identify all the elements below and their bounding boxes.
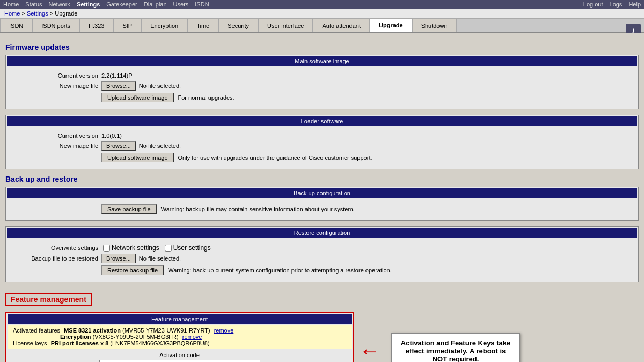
breadcrumb-current: Upgrade	[55, 10, 77, 17]
tab-h323[interactable]: H.323	[79, 19, 113, 32]
backup-config-body: Save backup file Warning: backup file ma…	[7, 199, 637, 219]
logout-link[interactable]: Log out	[583, 1, 603, 8]
loader-table: Loader software Current version 1.0(0.1)…	[5, 115, 639, 169]
nav-isdn[interactable]: ISDN	[195, 1, 209, 8]
loader-new-image-label: New image file	[12, 143, 98, 149]
settings-tabs: ISDN ISDN ports H.323 SIP Encryption Tim…	[0, 19, 644, 33]
feature-2-row: Encryption (VX8G5-Y09U5-2UF5M-BG3FR) rem…	[60, 334, 346, 340]
nav-gatekeeper[interactable]: Gatekeeper	[106, 1, 137, 8]
new-image-row: New image file Browse... No file selecte…	[12, 81, 632, 91]
tab-user-interface[interactable]: User interface	[258, 19, 313, 32]
save-backup-button[interactable]: Save backup file	[101, 204, 157, 214]
main-no-file: No file selected.	[139, 83, 181, 89]
main-nav: Home Status Network Settings Gatekeeper …	[3, 1, 209, 8]
license-code: (LNK7FM54M66GXJG3PBQR6P8U8)	[110, 340, 209, 346]
restore-config-header: Restore configuration	[7, 228, 637, 238]
loader-browse-button[interactable]: Browse...	[101, 141, 136, 151]
loader-no-file: No file selected.	[139, 143, 181, 149]
loader-body: Current version 1.0(0.1) New image file …	[7, 127, 637, 168]
loader-upload-row: Upload software image Only for use with …	[12, 153, 632, 162]
license-row: License keys PRI port licenses x 8 (LNK7…	[13, 340, 346, 346]
restore-config-body: Overwrite settings Network settings User…	[7, 239, 637, 280]
breadcrumb: Home > Settings > Upgrade	[0, 9, 644, 19]
restore-file-label: Backup file to be restored	[12, 255, 98, 262]
license-label: License keys	[13, 340, 47, 346]
feature-table-body: Activated features MSE 8321 activation (…	[8, 325, 352, 349]
restore-button-row: Restore backup file Warning: back up cur…	[12, 265, 632, 275]
nav-network[interactable]: Network	[49, 1, 70, 8]
main-image-body: Current version 2.2(1.114)P New image fi…	[7, 67, 637, 108]
nav-settings[interactable]: Settings	[77, 1, 100, 8]
activation-code-row: Activation code	[8, 350, 352, 362]
save-backup-row: Save backup file Warning: backup file ma…	[12, 204, 632, 214]
current-version-value: 2.2(1.114)P	[101, 72, 132, 79]
breadcrumb-home[interactable]: Home	[4, 10, 20, 17]
user-settings-label: User settings	[173, 244, 211, 252]
restore-file-row: Backup file to be restored Browse... No …	[12, 254, 632, 263]
main-upload-note: For normal upgrades.	[178, 94, 235, 101]
loader-new-image-row: New image file Browse... No file selecte…	[12, 141, 632, 151]
feature-heading-wrap: Feature management	[5, 287, 639, 309]
restore-warning: Warning: back up current system configur…	[168, 267, 392, 274]
loader-version-row: Current version 1.0(0.1)	[12, 132, 632, 139]
loader-version-value: 1.0(0.1)	[101, 132, 122, 139]
tab-security[interactable]: Security	[218, 19, 258, 32]
user-settings-checkbox[interactable]	[165, 245, 172, 252]
restore-table: Restore configuration Overwrite settings…	[5, 226, 639, 282]
network-settings-checkbox[interactable]	[103, 245, 110, 252]
network-settings-label: Network settings	[112, 244, 159, 252]
license-value: PRI port licenses x 8	[51, 340, 109, 346]
activated-label: Activated features	[13, 327, 60, 334]
feature-code-1: (MVR55-Y7M23-UWK91-R7YRT)	[122, 327, 210, 334]
restore-backup-button[interactable]: Restore backup file	[101, 265, 164, 275]
nav-dialplan[interactable]: Dial plan	[144, 1, 167, 8]
help-link[interactable]: Help	[628, 1, 641, 8]
new-image-label: New image file	[12, 83, 98, 89]
main-image-table: Main software image Current version 2.2(…	[5, 55, 639, 109]
callout-area: ← Activation and Feature Keys take effec…	[359, 333, 520, 363]
firmware-heading: Firmware updates	[5, 43, 639, 51]
feature-management-area: Feature management Activated features MS…	[5, 312, 639, 362]
feature-table-header: Feature management	[8, 314, 352, 324]
overwrite-row: Overwrite settings Network settings User…	[12, 244, 632, 252]
callout-box: Activation and Feature Keys take effect …	[391, 333, 520, 363]
tab-shutdown[interactable]: Shutdown	[412, 19, 457, 32]
upload-row: Upload software image For normal upgrade…	[12, 93, 632, 102]
tab-encryption[interactable]: Encryption	[141, 19, 187, 32]
logs-link[interactable]: Logs	[610, 1, 623, 8]
nav-users[interactable]: Users	[173, 1, 189, 8]
arrow-icon: ←	[359, 340, 380, 361]
loader-version-label: Current version	[12, 132, 98, 139]
feature-name-1: MSE 8321 activation	[64, 327, 121, 334]
current-version-label: Current version	[12, 72, 98, 79]
tab-auto-attendant[interactable]: Auto attendant	[313, 19, 370, 32]
activated-features-row: Activated features MSE 8321 activation (…	[13, 327, 346, 334]
tab-sip[interactable]: SIP	[113, 19, 141, 32]
overwrite-label: Overwrite settings	[12, 245, 98, 251]
remove-feature-2[interactable]: remove	[182, 334, 202, 340]
main-upload-button[interactable]: Upload software image	[101, 93, 174, 102]
loader-upload-note: Only for use with upgrades under the gui…	[178, 154, 372, 161]
remove-feature-1[interactable]: remove	[214, 327, 234, 334]
current-version-row: Current version 2.2(1.114)P	[12, 72, 632, 79]
feature-table: Feature management Activated features MS…	[5, 312, 354, 362]
tab-upgrade[interactable]: Upgrade	[370, 19, 412, 32]
feature-code-2: (VX8G5-Y09U5-2UF5M-BG3FR)	[93, 334, 179, 340]
tab-isdn[interactable]: ISDN	[0, 19, 32, 32]
tab-time[interactable]: Time	[187, 19, 218, 32]
backup-heading: Back up and restore	[5, 175, 639, 183]
backup-table: Back up configuration Save backup file W…	[5, 187, 639, 221]
tab-isdn-ports[interactable]: ISDN ports	[32, 19, 79, 32]
nav-home[interactable]: Home	[3, 1, 19, 8]
activation-code-input[interactable]	[99, 360, 260, 362]
nav-status[interactable]: Status	[25, 1, 42, 8]
loader-upload-button[interactable]: Upload software image	[101, 153, 174, 162]
restore-browse-button[interactable]: Browse...	[101, 254, 136, 263]
main-browse-button[interactable]: Browse...	[101, 81, 136, 91]
backup-config-header: Back up configuration	[7, 188, 637, 198]
top-navigation: Home Status Network Settings Gatekeeper …	[0, 0, 644, 9]
loader-header: Loader software	[7, 116, 637, 126]
activation-code-label: Activation code	[159, 352, 200, 358]
breadcrumb-settings[interactable]: Settings	[27, 10, 48, 17]
restore-no-file: No file selected.	[139, 255, 181, 262]
